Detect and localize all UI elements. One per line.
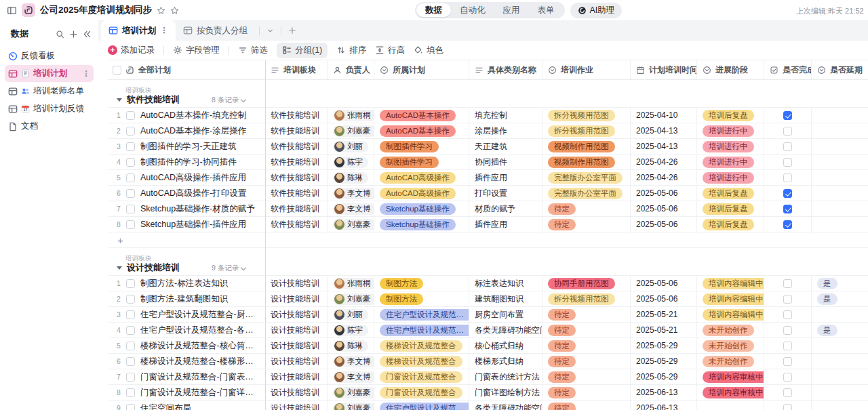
cell-stage[interactable]: 培训后复盘	[697, 201, 764, 216]
done-checkbox[interactable]	[783, 295, 792, 304]
cell-title[interactable]: 5AutoCAD高级操作-插件应用	[108, 170, 265, 185]
row-checkbox[interactable]	[126, 142, 135, 151]
cell-date[interactable]: 2025-04-26	[631, 155, 697, 169]
cell-category[interactable]: 各类无障碍功能空间布置	[469, 323, 542, 337]
cell-stage[interactable]: 培训后复盘	[697, 217, 764, 232]
cell-task[interactable]: 待定	[542, 307, 631, 322]
cell-title[interactable]: 7Sketchup基础操作-材质的赋予	[108, 201, 265, 216]
cell-title[interactable]: 3住宅户型设计及规范整合-厨房空间布置	[108, 307, 265, 322]
cell-plan[interactable]: 住宅户型设计及规范整合	[374, 323, 469, 337]
cell-plan[interactable]: 楼梯设计及规范整合	[374, 338, 469, 353]
sidebar-item-training-plan[interactable]: 培训计划⋮	[5, 65, 94, 82]
done-checkbox[interactable]	[783, 142, 792, 151]
row-height-button[interactable]: 行高	[375, 45, 405, 56]
nav-tab-data[interactable]: 数据	[416, 3, 451, 17]
cell-delay[interactable]: 是	[812, 323, 868, 337]
cell-stage[interactable]: 培训进行中	[697, 139, 764, 154]
cell-module[interactable]: 设计技能培训	[265, 307, 328, 322]
cell-title[interactable]: 6AutoCAD高级操作-打印设置	[108, 186, 265, 201]
collapse-sidebar-icon[interactable]	[83, 30, 92, 39]
cell-category[interactable]: 建筑翻图知识	[469, 291, 542, 306]
cell-plan[interactable]: AutoCAD基本操作	[374, 108, 469, 123]
row-checkbox[interactable]	[126, 342, 135, 350]
nav-tab-forms[interactable]: 表单	[529, 3, 564, 17]
cell-owner[interactable]: 刘嘉豪	[328, 123, 374, 138]
cell-delay[interactable]: 是	[812, 276, 868, 291]
done-checkbox[interactable]	[783, 310, 792, 319]
cell-stage[interactable]: 培训后复盘	[697, 108, 764, 123]
cell-done[interactable]	[764, 155, 812, 169]
cell-module[interactable]: 软件技能培训	[265, 217, 328, 232]
column-header-plan[interactable]: 所属计划	[374, 60, 469, 79]
frozen-column-divider[interactable]	[265, 60, 266, 410]
cell-task[interactable]: 视频制作用范图	[542, 139, 631, 154]
cell-delay[interactable]	[812, 201, 868, 216]
group-button[interactable]: 分组(1)	[277, 43, 328, 58]
cell-done[interactable]	[764, 338, 812, 353]
cell-done[interactable]	[764, 354, 812, 369]
cell-module[interactable]: 软件技能培训	[265, 123, 328, 138]
pin-star-icon[interactable]	[170, 6, 179, 15]
cell-category[interactable]: 材质的赋予	[469, 201, 542, 216]
row-checkbox[interactable]	[126, 127, 135, 136]
field-manage-button[interactable]: 字段管理	[173, 45, 220, 56]
search-icon[interactable]	[56, 30, 64, 39]
cell-task[interactable]: 完整版办公室平面	[542, 186, 631, 201]
cell-category[interactable]: 打印设置	[469, 186, 542, 201]
cell-plan[interactable]: AutoCAD高级操作	[374, 186, 469, 201]
cell-delay[interactable]	[812, 155, 868, 169]
cell-owner[interactable]: 陈琳	[328, 170, 374, 185]
cell-title[interactable]: 2制图方法-建筑翻图知识	[108, 291, 265, 306]
cell-done[interactable]	[764, 170, 812, 185]
cell-owner[interactable]: 李文博	[328, 369, 374, 384]
cell-plan[interactable]: AutoCAD基本操作	[374, 123, 469, 138]
cell-title[interactable]: 8门窗设计及规范整合-门窗详图绘制方法	[108, 385, 265, 400]
cell-date[interactable]: 2025-05-29	[631, 369, 697, 384]
cell-stage[interactable]: 未开始创作	[697, 338, 764, 353]
cell-task[interactable]: 完整版办公室平面	[542, 170, 631, 185]
cell-date[interactable]: 2025-05-06	[631, 291, 697, 306]
row-checkbox[interactable]	[126, 404, 135, 410]
cell-done[interactable]	[764, 401, 812, 410]
sidebar-item-feedback-board[interactable]: 反馈看板	[5, 47, 94, 64]
cell-done[interactable]	[764, 291, 812, 306]
fill-color-button[interactable]: 填色	[414, 45, 443, 56]
done-checkbox[interactable]	[783, 173, 792, 182]
add-record-row[interactable]: +	[108, 232, 868, 248]
cell-date[interactable]: 2025-05-29	[631, 354, 697, 369]
cell-owner[interactable]: 张雨桐	[328, 108, 374, 123]
cell-date[interactable]: 2025-05-21	[631, 323, 697, 337]
done-checkbox[interactable]	[783, 127, 792, 136]
cell-category[interactable]: 楼梯形式归纳	[469, 354, 542, 369]
sort-button[interactable]: 排序	[336, 45, 366, 56]
cell-category[interactable]: 核心桶式归纳	[469, 338, 542, 353]
cell-title[interactable]: 1制图方法-标注表达知识	[108, 276, 265, 291]
column-header-task[interactable]: 培训作业	[542, 60, 631, 79]
cell-owner[interactable]: 刘嘉豪	[328, 385, 374, 400]
cell-owner[interactable]: 陈琳	[328, 338, 374, 353]
tab-training-plan[interactable]: 培训计划 ⋮	[101, 20, 176, 41]
cell-category[interactable]: 各类无障碍功能空间布置	[469, 401, 542, 410]
cell-module[interactable]: 设计技能培训	[265, 369, 328, 384]
done-checkbox[interactable]	[783, 373, 792, 382]
cell-task[interactable]: 拆分视频用范图	[542, 123, 631, 138]
cell-done[interactable]	[764, 307, 812, 322]
row-checkbox[interactable]	[126, 173, 135, 182]
cell-done[interactable]	[764, 385, 812, 400]
cell-date[interactable]: 2025-05-06	[631, 201, 697, 216]
cell-stage[interactable]: 培训进行中	[697, 123, 764, 138]
cell-module[interactable]: 软件技能培训	[265, 186, 328, 201]
cell-module[interactable]: 设计技能培训	[265, 385, 328, 400]
cell-title[interactable]: 6楼梯设计及规范整合-楼梯形式归纳	[108, 354, 265, 369]
cell-delay[interactable]	[812, 385, 868, 400]
group-record-count[interactable]: 8 条记录	[212, 96, 245, 105]
cell-delay[interactable]	[812, 123, 868, 138]
collapse-triangle-icon[interactable]	[117, 98, 122, 102]
done-checkbox[interactable]	[783, 111, 792, 120]
cell-owner[interactable]: 陈宇	[328, 323, 374, 337]
row-checkbox[interactable]	[126, 158, 135, 167]
cell-category[interactable]: 协同插件	[469, 155, 542, 169]
tab-more-icon[interactable]: ⋮	[160, 26, 168, 35]
cell-delay[interactable]	[812, 354, 868, 369]
cell-date[interactable]: 2025-05-06	[631, 276, 697, 291]
